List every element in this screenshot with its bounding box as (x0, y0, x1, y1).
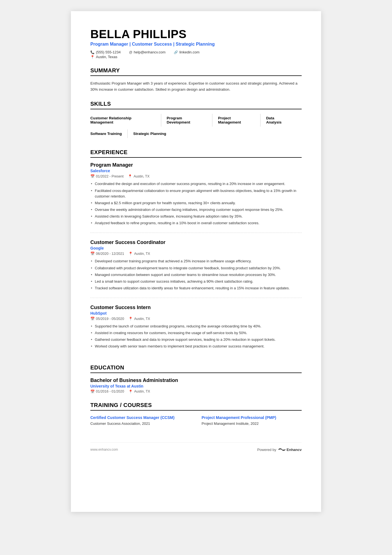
phone-contact: 📞 (555) 555-1234 (90, 50, 121, 54)
bullet-1-6: Analyzed feedback to refine programs, re… (90, 220, 302, 226)
location-icon: 📍 (90, 55, 95, 59)
bullet-2-3: Managed communication between support an… (90, 272, 302, 278)
training-title-2: Project Management Professional (PMP) (202, 415, 302, 421)
footer-website: www.enhancv.com (90, 448, 118, 452)
calendar-icon-2: 📅 (90, 251, 95, 256)
experience-title: EXPERIENCE (90, 149, 302, 158)
skills-grid: Customer Relationship Management Program… (90, 114, 302, 141)
job-hubspot: Customer Success Intern HubSpot 📅 05/201… (90, 305, 302, 356)
training-title: TRAINING / COURSES (90, 402, 302, 411)
location-icon-edu: 📍 (128, 389, 133, 394)
company-google: Google (90, 246, 302, 250)
skill-strategic-planning: Strategic Planning (133, 129, 172, 138)
enhancv-logo: Enhancv (278, 447, 302, 452)
skill-project-mgmt: Project Management (218, 114, 260, 127)
brand-name: Enhancv (287, 448, 302, 452)
bullet-2-1: Developed customer training programs tha… (90, 258, 302, 264)
training-item-1: Certified Customer Success Manager (CCSM… (90, 415, 190, 426)
job-location-2: 📍 Austin, TX (128, 251, 150, 256)
calendar-icon-1: 📅 (90, 174, 95, 178)
location-text-1: Austin, TX (133, 174, 149, 178)
job-meta-2: 📅 06/2020 - 12/2021 📍 Austin, TX (90, 251, 302, 256)
footer-brand: Powered by Enhancv (257, 447, 302, 452)
job-meta-3: 📅 05/2019 - 05/2020 📍 Austin, TX (90, 317, 302, 321)
bullet-2-5: Tracked software utilization data to ide… (90, 285, 302, 291)
email-icon: @ (129, 50, 132, 54)
experience-section: EXPERIENCE Program Manager Salesforce 📅 … (90, 149, 302, 356)
edu-school: University of Texas at Austin (90, 384, 302, 388)
location-text: Austin, Texas (96, 55, 117, 59)
summary-text: Enthusiastic Program Manager with 3 year… (90, 80, 302, 92)
candidate-title: Program Manager | Customer Success | Str… (90, 42, 302, 47)
bullet-3-3: Gathered customer feedback and data to i… (90, 337, 302, 342)
job-dates-3: 📅 05/2019 - 05/2020 (90, 317, 124, 321)
calendar-icon-edu: 📅 (90, 389, 95, 394)
job-title-3: Customer Success Intern (90, 305, 302, 310)
training-section: TRAINING / COURSES Certified Customer Su… (90, 402, 302, 426)
bullet-1-1: Coordinated the design and execution of … (90, 181, 302, 187)
job-dates-1: 📅 01/2022 - Present (90, 174, 123, 178)
bullet-1-5: Assisted clients in leveraging Salesforc… (90, 214, 302, 219)
linkedin-url: linkedin.com (179, 50, 199, 54)
dates-text-3: 05/2019 - 05/2020 (96, 317, 124, 321)
education-title: EDUCATION (90, 364, 302, 373)
enhancv-logo-svg (278, 447, 286, 452)
linkedin-contact[interactable]: 🔗 linkedin.com (174, 50, 199, 54)
job-google: Customer Success Coordinator Google 📅 06… (90, 240, 302, 298)
resume-document: BELLA PHILLIPS Program Manager | Custome… (71, 11, 321, 512)
edu-location-text: Austin, TX (134, 389, 150, 393)
contact-row-1: 📞 (555) 555-1234 @ help@enhancv.com 🔗 li… (90, 50, 302, 54)
email-contact: @ help@enhancv.com (129, 50, 165, 54)
location-icon-3: 📍 (128, 317, 133, 321)
training-title-1: Certified Customer Success Manager (CCSM… (90, 415, 190, 421)
dates-text-1: 01/2022 - Present (96, 174, 123, 178)
bullet-2-4: Led a small team to support customer suc… (90, 279, 302, 284)
calendar-icon-3: 📅 (90, 317, 95, 321)
job-title-2: Customer Success Coordinator (90, 240, 302, 245)
link-icon: 🔗 (174, 50, 178, 54)
location-text-2: Austin, TX (134, 252, 150, 256)
summary-section: SUMMARY Enthusiastic Program Manager wit… (90, 67, 302, 92)
edu-location: 📍 Austin, TX (128, 389, 150, 394)
email-address: help@enhancv.com (134, 50, 165, 54)
location-contact: 📍 Austin, Texas (90, 55, 117, 59)
skills-row-1: Customer Relationship Management Program… (90, 114, 302, 129)
edu-dates-text: 01/2016 - 01/2020 (96, 389, 124, 393)
skills-section: SKILLS Customer Relationship Management … (90, 101, 302, 141)
training-sub-1: Customer Success Association, 2021 (90, 421, 190, 426)
edu-meta: 📅 01/2016 - 01/2020 📍 Austin, TX (90, 389, 302, 394)
bullet-1-3: Managed a $2.5 million grant program for… (90, 200, 302, 206)
company-hubspot: HubSpot (90, 311, 302, 315)
powered-by-text: Powered by (257, 448, 276, 452)
phone-number: (555) 555-1234 (96, 50, 121, 54)
summary-title: SUMMARY (90, 67, 302, 76)
job-salesforce: Program Manager Salesforce 📅 01/2022 - P… (90, 162, 302, 233)
education-section: EDUCATION Bachelor of Business Administr… (90, 364, 302, 394)
contact-row-2: 📍 Austin, Texas (90, 55, 302, 59)
bullet-1-4: Oversaw the weekly administration of cus… (90, 207, 302, 213)
edu-dates: 📅 01/2016 - 01/2020 (90, 389, 124, 394)
page-footer: www.enhancv.com Powered by Enhancv (90, 442, 302, 452)
company-salesforce: Salesforce (90, 169, 302, 173)
job-meta-1: 📅 01/2022 - Present 📍 Austin, TX (90, 174, 302, 178)
job-dates-2: 📅 06/2020 - 12/2021 (90, 251, 124, 256)
training-item-2: Project Management Professional (PMP) Pr… (202, 415, 302, 426)
job-title-1: Program Manager (90, 162, 302, 168)
dates-text-2: 06/2020 - 12/2021 (96, 252, 124, 256)
location-icon-1: 📍 (128, 174, 132, 178)
bullet-2-2: Collaborated with product development te… (90, 265, 302, 271)
bullet-3-4: Worked closely with senior team members … (90, 344, 302, 349)
training-grid: Certified Customer Success Manager (CCSM… (90, 415, 302, 426)
candidate-name: BELLA PHILLIPS (90, 28, 302, 41)
job-location-3: 📍 Austin, TX (128, 317, 150, 321)
job-bullets-3: Supported the launch of customer onboard… (90, 324, 302, 349)
bullet-3-2: Assisted in creating resources for custo… (90, 330, 302, 336)
bullet-3-1: Supported the launch of customer onboard… (90, 324, 302, 329)
skill-data-analysis: Data Analysis (266, 114, 296, 127)
skills-title: SKILLS (90, 101, 302, 109)
skill-software-training: Software Training (90, 129, 128, 138)
job-bullets-1: Coordinated the design and execution of … (90, 181, 302, 226)
header-section: BELLA PHILLIPS Program Manager | Custome… (90, 28, 302, 59)
skill-crm: Customer Relationship Management (90, 114, 161, 127)
skills-row-2: Software Training Strategic Planning (90, 129, 302, 141)
